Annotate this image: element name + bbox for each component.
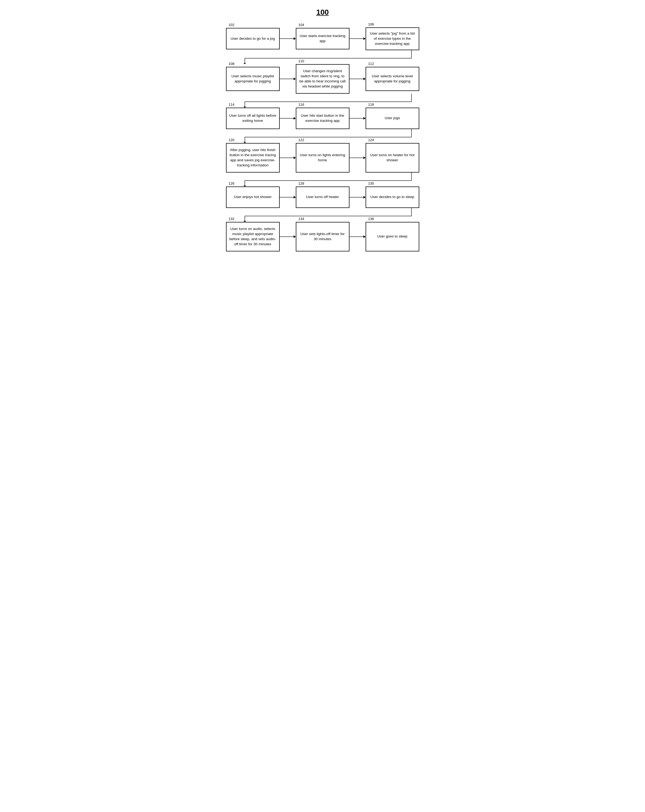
svg-marker-1 <box>293 37 296 40</box>
label-136: 136 <box>368 217 374 221</box>
box-102: 102 User decides to go for a jog <box>226 28 280 49</box>
text-128: User turns off heater <box>306 195 339 200</box>
connector-row2-row3 <box>218 94 427 108</box>
svg-marker-18 <box>364 156 365 159</box>
svg-marker-23 <box>364 196 365 198</box>
box-114: 114 User turns off all lights before exi… <box>226 108 280 129</box>
label-128: 128 <box>298 181 304 186</box>
diagram-title: 100 <box>218 8 427 17</box>
text-134: User sets lights-off timer for 30 minute… <box>299 232 346 242</box>
label-106: 106 <box>368 22 374 27</box>
label-102: 102 <box>229 23 235 27</box>
arrow-120-122 <box>280 155 296 160</box>
box-124: 124 User turns on heater for hot shower <box>365 143 419 172</box>
text-126: User enjoys hot shower <box>234 195 272 200</box>
box-108: 108 User selects music playlist appropri… <box>226 67 280 91</box>
row-4: 120 After jogging, user hits finish butt… <box>218 143 427 172</box>
svg-marker-28 <box>364 235 365 238</box>
svg-marker-3 <box>364 37 365 40</box>
connector-row5-row6 <box>218 208 427 222</box>
row-6: 132 User turns on audio, selects music p… <box>218 222 427 252</box>
box-134: 134 User sets lights-off timer for 30 mi… <box>296 222 350 252</box>
text-102: User decides to go for a jog <box>231 36 275 41</box>
arrow-116-118 <box>350 116 365 121</box>
text-122: User turns on lights entering home <box>299 153 346 163</box>
text-112: User selects volume level appropriate fo… <box>369 74 416 84</box>
label-120: 120 <box>229 138 235 142</box>
text-104: User starts exercise tracking app <box>299 34 346 44</box>
arrow-122-124 <box>350 155 365 160</box>
svg-marker-6 <box>293 78 296 80</box>
text-106: User selects “jog” from a list of exerci… <box>369 31 416 46</box>
text-136: User goes to sleep <box>377 234 407 239</box>
text-130: User decides to go to sleep <box>370 195 414 200</box>
label-114: 114 <box>229 102 235 107</box>
box-128: 128 User turns off heater <box>296 186 350 208</box>
box-132: 132 User turns on audio, selects music p… <box>226 222 280 252</box>
text-118: User jogs <box>385 116 400 121</box>
label-126: 126 <box>229 181 235 186</box>
label-118: 118 <box>368 102 374 107</box>
connector-row1-row2 <box>218 50 427 64</box>
svg-marker-13 <box>364 117 365 120</box>
label-124: 124 <box>368 138 374 142</box>
text-116: User hits start button in the exercise t… <box>299 113 346 124</box>
svg-marker-16 <box>293 156 296 159</box>
label-112: 112 <box>368 61 374 66</box>
text-120: After jogging, user hits finish button i… <box>229 148 277 168</box>
svg-marker-21 <box>293 196 296 198</box>
label-104: 104 <box>298 23 304 27</box>
arrow-132-134 <box>280 234 296 240</box>
arrow-134-136 <box>350 234 365 240</box>
row-1: 102 User decides to go for a jog 104 Use… <box>218 27 427 50</box>
text-108: User selects music playlist appropriate … <box>229 74 277 84</box>
row-2: 108 User selects music playlist appropri… <box>218 64 427 94</box>
box-104: 104 User starts exercise tracking app <box>296 28 350 49</box>
row-5: 126 User enjoys hot shower 128 User turn… <box>218 186 427 208</box>
arrow-126-128 <box>280 195 296 200</box>
text-114: User turns off all lights before exiting… <box>229 113 277 124</box>
box-112: 112 User selects volume level appropriat… <box>365 67 419 91</box>
connector-row3-row4 <box>218 129 427 143</box>
text-132: User turns on audio, selects music playl… <box>229 226 277 247</box>
label-122: 122 <box>298 138 304 142</box>
box-110: 110 User changes ring/silent switch from… <box>296 64 350 94</box>
label-130: 130 <box>368 181 374 186</box>
diagram-container: 100 102 User decides to go for a jog 104… <box>218 8 427 252</box>
label-116: 116 <box>298 102 304 107</box>
label-134: 134 <box>298 217 304 221</box>
arrow-102-104 <box>280 36 296 41</box>
box-118: 118 User jogs <box>365 108 419 129</box>
box-106: 106 User selects “jog” from a list of ex… <box>365 27 419 50</box>
text-124: User turns on heater for hot shower <box>369 153 416 163</box>
box-116: 116 User hits start button in the exerci… <box>296 108 350 129</box>
box-120: 120 After jogging, user hits finish butt… <box>226 143 280 172</box>
connector-row4-row5 <box>218 172 427 186</box>
row-3: 114 User turns off all lights before exi… <box>218 108 427 129</box>
arrow-128-130 <box>350 195 365 200</box>
label-108: 108 <box>229 61 235 66</box>
box-136: 136 User goes to sleep <box>365 222 419 252</box>
label-110: 110 <box>298 59 304 64</box>
arrow-108-110 <box>280 76 296 82</box>
box-126: 126 User enjoys hot shower <box>226 186 280 208</box>
box-122: 122 User turns on lights entering home <box>296 143 350 172</box>
arrow-114-116 <box>280 116 296 121</box>
box-130: 130 User decides to go to sleep <box>365 186 419 208</box>
label-132: 132 <box>229 217 235 221</box>
svg-marker-11 <box>293 117 296 120</box>
arrow-110-112 <box>350 76 365 82</box>
text-110: User changes ring/silent switch from sil… <box>299 69 346 89</box>
arrow-104-106 <box>350 36 365 41</box>
svg-marker-26 <box>293 235 296 238</box>
svg-marker-8 <box>364 78 365 80</box>
